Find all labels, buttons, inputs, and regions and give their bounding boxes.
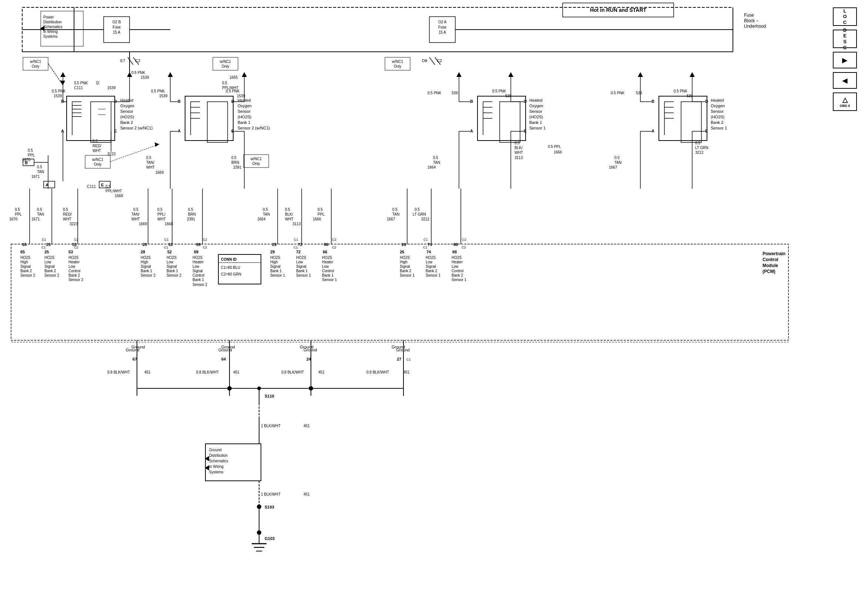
svg-text:65: 65 xyxy=(20,250,25,254)
svg-text:Sensor 2: Sensor 2 xyxy=(141,273,155,277)
svg-text:1669: 1669 xyxy=(155,170,164,175)
svg-text:in Wiring: in Wiring xyxy=(43,29,58,34)
svg-line-272 xyxy=(429,57,435,65)
svg-text:Distribution: Distribution xyxy=(43,20,62,24)
svg-text:Heater: Heater xyxy=(322,260,333,264)
svg-text:0.5: 0.5 xyxy=(157,207,163,212)
svg-text:Ground: Ground xyxy=(222,345,235,349)
svg-text:Systems: Systems xyxy=(43,34,57,39)
svg-text:1539: 1539 xyxy=(54,94,62,98)
svg-text:68: 68 xyxy=(452,250,457,254)
svg-text:C111: C111 xyxy=(87,184,96,189)
svg-text:1666: 1666 xyxy=(313,217,321,221)
svg-text:HO2S: HO2S xyxy=(270,255,281,260)
svg-text:Signal: Signal xyxy=(400,265,410,269)
svg-text:1669: 1669 xyxy=(139,222,147,226)
svg-text:E: E xyxy=(705,129,708,133)
svg-text:A: A xyxy=(45,183,48,187)
svg-text:Fuse: Fuse xyxy=(744,12,754,18)
svg-line-28 xyxy=(128,57,133,65)
svg-text:3113: 3113 xyxy=(515,156,523,160)
svg-point-223 xyxy=(309,386,313,391)
svg-text:D: D xyxy=(524,99,527,104)
svg-text:1539: 1539 xyxy=(107,86,116,90)
svg-text:Bank 1: Bank 1 xyxy=(238,120,250,125)
svg-text:Only: Only xyxy=(32,64,40,68)
svg-text:D8: D8 xyxy=(422,59,427,63)
svg-text:TAN: TAN xyxy=(392,212,399,217)
svg-text:WHT: WHT xyxy=(157,217,166,221)
svg-text:WHT: WHT xyxy=(515,150,523,155)
svg-text:C1: C1 xyxy=(293,246,298,249)
svg-text:Bank 2: Bank 2 xyxy=(120,120,133,125)
legend-desc-text: D E S C xyxy=(843,27,846,50)
svg-text:0.5: 0.5 xyxy=(515,141,520,145)
svg-text:Bank 1: Bank 1 xyxy=(141,269,152,273)
svg-text:(HO2S): (HO2S) xyxy=(529,114,543,119)
svg-text:B: B xyxy=(651,99,654,104)
svg-text:(HO2S): (HO2S) xyxy=(711,114,724,119)
svg-text:Systems: Systems xyxy=(209,470,223,474)
svg-text:0.5: 0.5 xyxy=(222,81,227,85)
svg-text:TAN/: TAN/ xyxy=(132,212,140,217)
svg-text:Sensor 1: Sensor 1 xyxy=(426,273,440,277)
svg-text:PPL: PPL xyxy=(15,212,22,217)
svg-text:PPL/WHT: PPL/WHT xyxy=(222,86,239,90)
svg-text:1668: 1668 xyxy=(115,194,123,198)
svg-text:26: 26 xyxy=(400,250,404,254)
legend: L O C D E S C ► ◄ △ OBD II xyxy=(833,8,857,111)
svg-marker-319 xyxy=(242,72,247,77)
svg-text:C2: C2 xyxy=(332,246,336,249)
svg-text:69: 69 xyxy=(196,242,201,247)
svg-text:WHT: WHT xyxy=(285,217,293,221)
svg-text:Low: Low xyxy=(68,265,76,269)
svg-text:Oxygen: Oxygen xyxy=(120,104,134,108)
svg-text:Low: Low xyxy=(322,265,329,269)
svg-text:D: D xyxy=(705,99,708,104)
svg-text:Ground: Ground xyxy=(132,345,145,349)
svg-text:Bank 2: Bank 2 xyxy=(711,120,723,125)
svg-text:w/NC1: w/NC1 xyxy=(92,158,103,162)
svg-text:74: 74 xyxy=(426,250,431,254)
svg-text:Sensor 1: Sensor 1 xyxy=(711,126,727,130)
svg-text:BRN: BRN xyxy=(188,212,196,217)
svg-point-222 xyxy=(227,386,232,391)
svg-text:Bank 2: Bank 2 xyxy=(20,269,32,273)
svg-text:25: 25 xyxy=(46,242,51,247)
svg-text:Power: Power xyxy=(43,15,54,19)
svg-text:539: 539 xyxy=(452,91,458,95)
svg-text:Powertrain: Powertrain xyxy=(763,251,786,256)
svg-text:0.8 BLK/WHT: 0.8 BLK/WHT xyxy=(281,370,304,374)
svg-text:Sensor: Sensor xyxy=(529,109,542,113)
left-arrow-icon: ◄ xyxy=(841,76,849,86)
svg-text:Oxygen: Oxygen xyxy=(711,104,725,108)
hot-label: Hot in RUN and START xyxy=(590,7,646,13)
svg-text:HO2S: HO2S xyxy=(296,255,307,260)
svg-text:Block –: Block – xyxy=(744,18,759,23)
svg-marker-346 xyxy=(508,72,513,77)
svg-text:539: 539 xyxy=(505,94,512,98)
svg-text:HO2S: HO2S xyxy=(322,255,332,260)
svg-text:Bank 1: Bank 1 xyxy=(270,269,282,273)
svg-text:1539: 1539 xyxy=(159,94,168,98)
svg-text:0.5 PNK: 0.5 PNK xyxy=(674,89,688,93)
right-arrow-icon: ► xyxy=(841,55,849,65)
svg-text:0.5: 0.5 xyxy=(15,207,20,212)
svg-text:S103: S103 xyxy=(265,505,274,509)
svg-text:Sensor 2: Sensor 2 xyxy=(167,273,181,277)
svg-marker-341 xyxy=(456,72,462,77)
legend-arrow-left: ◄ xyxy=(833,72,857,89)
svg-text:Heater: Heater xyxy=(192,260,204,264)
svg-text:Sensor 2: Sensor 2 xyxy=(192,283,207,287)
svg-text:Sensor 2: Sensor 2 xyxy=(20,273,35,277)
svg-text:C1: C1 xyxy=(423,238,428,241)
svg-text:0.8 BLK/WHT: 0.8 BLK/WHT xyxy=(107,370,130,374)
svg-text:28: 28 xyxy=(141,250,145,254)
svg-text:TAN: TAN xyxy=(37,170,44,174)
svg-text:0.5: 0.5 xyxy=(263,207,268,212)
svg-text:Sensor 1: Sensor 1 xyxy=(452,278,467,282)
svg-text:0.5: 0.5 xyxy=(146,156,151,160)
svg-text:0.8 BLK/WHT: 0.8 BLK/WHT xyxy=(196,370,219,374)
svg-text:O2 A: O2 A xyxy=(438,20,447,24)
svg-text:0.5: 0.5 xyxy=(188,207,193,212)
